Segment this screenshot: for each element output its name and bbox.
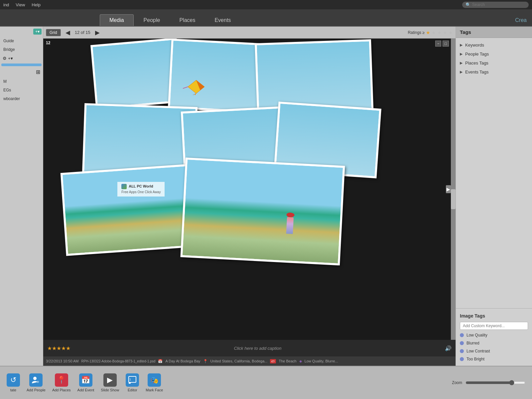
main-layout: +▾ Guide Bridge ⚙ +▾ ⊞ M EGs wboarder Gr… — [0, 27, 532, 366]
sidebar-item-wboarder[interactable]: wboarder — [1, 95, 42, 102]
expand-panel-button[interactable]: ▶ — [446, 185, 451, 193]
tab-people[interactable]: People — [134, 15, 170, 26]
photo-frame-8 — [180, 158, 345, 266]
tags-list: ▶ Keywords ▶ People Tags ▶ Places Tags ▶… — [456, 38, 532, 308]
top-controls: +▾ — [1, 29, 42, 35]
sound-icon[interactable]: 🔊 — [445, 345, 452, 351]
menu-bar: ind View Help 🔍 — [0, 0, 532, 9]
add-icon[interactable]: +▾ — [8, 56, 13, 61]
maximize-button[interactable]: □ — [443, 41, 449, 47]
tag-label-people: People Tags — [465, 52, 489, 57]
tab-events[interactable]: Events — [205, 15, 240, 26]
slide-show-button[interactable]: ▶ Slide Show — [101, 373, 119, 392]
add-event-button[interactable]: 📅 Add Event — [77, 373, 94, 392]
photo-datetime: 3/22/2013 10:50 AM — [46, 359, 78, 363]
add-places-button[interactable]: 📍 Add Places — [52, 373, 71, 392]
editor-icon: 1 — [126, 373, 139, 387]
photo-location: A Day At Bodega Bay — [165, 359, 200, 363]
tag-dot-3 — [460, 349, 464, 353]
photo-info-bar: ★★★★★ Click here to add caption 🔊 — [43, 340, 456, 356]
minimize-button[interactable]: − — [435, 41, 441, 47]
search-input[interactable] — [472, 2, 525, 7]
tag-badge-low-quality: Low Quality — [456, 331, 532, 339]
add-people-button[interactable]: + Add People — [27, 373, 46, 392]
editor-button[interactable]: 1 Editor — [126, 373, 139, 392]
tag-item-keywords[interactable]: ▶ Keywords — [456, 41, 532, 50]
page-count: 12 of 15 — [75, 30, 90, 35]
settings-icon[interactable]: ⚙ — [3, 56, 7, 61]
star-2[interactable]: ★ — [432, 30, 436, 35]
left-sidebar: +▾ Guide Bridge ⚙ +▾ ⊞ M EGs wboarder — [0, 27, 43, 366]
watermark-subtitle: Free Apps One Click Away — [121, 190, 161, 195]
rotate-icon: ↺ — [7, 373, 20, 387]
tag-dot-1 — [460, 333, 464, 337]
tag-item-people[interactable]: ▶ People Tags — [456, 50, 532, 59]
photo-tags-bar: 3/22/2013 10:50 AM RPH-130322-Adobe-Bode… — [43, 356, 456, 366]
tag-dot-2 — [460, 341, 464, 345]
sidebar-item-selected[interactable] — [1, 64, 42, 66]
mark-face-icon: 🎭 — [148, 373, 161, 387]
photo-quality: Low Quality, Blurre... — [305, 359, 338, 363]
tab-media[interactable]: Media — [100, 14, 134, 26]
tag-label-too-bright: Too Bright — [466, 357, 484, 361]
chevron-right-icon-3: ▶ — [460, 61, 463, 65]
star-3[interactable]: ★ — [437, 30, 442, 35]
kite — [183, 78, 209, 96]
tab-places[interactable]: Places — [170, 15, 204, 26]
star-4[interactable]: ★ — [443, 30, 447, 35]
add-event-icon: 📅 — [79, 373, 92, 387]
zoom-control: Zoom — [452, 380, 525, 385]
photo-tags: The Beach — [279, 359, 296, 363]
sidebar-item-m[interactable]: M — [1, 78, 42, 85]
svg-rect-7 — [129, 382, 131, 384]
add-button[interactable]: +▾ — [33, 29, 42, 35]
mark-face-button[interactable]: 🎭 Mark Face — [146, 373, 163, 392]
photo-number: 12 — [46, 41, 50, 45]
sidebar-item-bridge[interactable]: Bridge — [1, 46, 42, 53]
next-button[interactable]: ▶ — [93, 29, 102, 36]
location-icon: 📍 — [203, 359, 208, 363]
tag-label-keywords: Keywords — [465, 43, 484, 48]
star-5[interactable]: ★ — [449, 30, 453, 35]
menu-help[interactable]: Help — [32, 2, 41, 7]
grid-button[interactable]: Grid — [46, 29, 61, 36]
zoom-label: Zoom — [452, 380, 462, 385]
search-box[interactable]: 🔍 — [462, 2, 529, 8]
star-1[interactable]: ★ — [426, 30, 430, 35]
rotate-label: tate — [10, 388, 16, 392]
tag-label-low-contrast: Low Contrast — [466, 349, 490, 353]
image-tags-header: Image Tags — [456, 311, 532, 321]
menu-view[interactable]: View — [16, 2, 25, 7]
rotate-button[interactable]: ↺ tate — [7, 373, 20, 392]
add-places-label: Add Places — [52, 388, 71, 392]
scroll-thumb[interactable] — [451, 189, 456, 209]
tag-item-events[interactable]: ▶ Events Tags — [456, 67, 532, 76]
right-sidebar: Tags ▶ Keywords ▶ People Tags ▶ Places T… — [456, 27, 532, 366]
create-button[interactable]: Crea — [510, 15, 532, 26]
prev-button[interactable]: ◀ — [64, 29, 72, 36]
sidebar-item-egs[interactable]: EGs — [1, 86, 42, 94]
connect-icon[interactable]: ⊞ — [36, 69, 40, 75]
photo-filename: RPH-130322-Adobe-Bodega-8873-1_edited-1.… — [81, 359, 155, 363]
watermark: ALL PC World Free Apps One Click Away — [117, 182, 165, 197]
menu-find[interactable]: ind — [3, 2, 9, 7]
nav-tabs: Media People Places Events Crea — [0, 9, 532, 27]
tag-item-places[interactable]: ▶ Places Tags — [456, 59, 532, 67]
sidebar-icon-row: ⚙ +▾ — [1, 55, 42, 62]
scroll-track[interactable] — [451, 39, 456, 340]
tag-badge-blurred: Blurred — [456, 339, 532, 347]
custom-keyword-input[interactable] — [460, 322, 528, 330]
photo-frame-7 — [61, 164, 199, 256]
tag-badge-low-contrast: Low Contrast — [456, 347, 532, 355]
svg-point-4 — [33, 377, 37, 380]
zoom-slider[interactable] — [466, 380, 525, 385]
ratings-area: Ratings ≥ ★ ★ ★ ★ ★ — [408, 30, 453, 35]
mark-face-label: Mark Face — [146, 388, 163, 392]
photo-place: United States, California, Bodega... — [210, 359, 268, 363]
image-tags-section: Image Tags Low Quality Blurred Low Contr… — [456, 308, 532, 366]
sidebar-item-guide[interactable]: Guide — [1, 37, 42, 45]
svg-line-3 — [183, 87, 188, 88]
ratings-label: Ratings ≥ — [408, 30, 425, 35]
photo-caption[interactable]: Click here to add caption — [76, 346, 440, 351]
add-places-icon: 📍 — [55, 373, 68, 387]
